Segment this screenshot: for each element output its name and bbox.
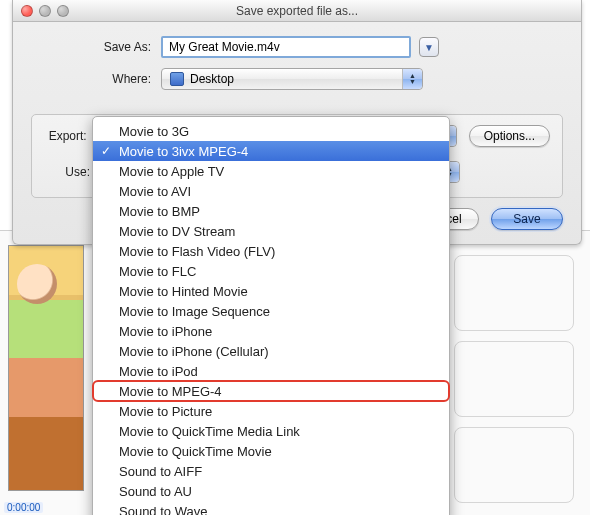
export-menu-item[interactable]: Movie to iPod — [93, 361, 449, 381]
desktop-icon — [170, 72, 184, 86]
export-menu-item[interactable]: Movie to AVI — [93, 181, 449, 201]
thumbnail-preview — [8, 245, 84, 491]
expand-save-panel-button[interactable]: ▼ — [419, 37, 439, 57]
minimize-window-button[interactable] — [39, 5, 51, 17]
export-menu-item[interactable]: Movie to MPEG-4 — [93, 381, 449, 401]
export-menu-item-label: Movie to MPEG-4 — [119, 384, 222, 399]
export-menu-item[interactable]: Sound to AIFF — [93, 461, 449, 481]
timecode-label: 0:00:00 — [4, 502, 43, 513]
save-as-label: Save As: — [31, 40, 161, 54]
export-menu-item-label: Movie to Image Sequence — [119, 304, 270, 319]
export-menu-item[interactable]: Sound to AU — [93, 481, 449, 501]
titlebar: Save exported file as... — [13, 0, 581, 22]
where-value: Desktop — [190, 72, 422, 86]
export-menu-item[interactable]: ✓Movie to 3ivx MPEG-4 — [93, 141, 449, 161]
export-menu-item-label: Movie to 3G — [119, 124, 189, 139]
export-menu-item-label: Movie to QuickTime Movie — [119, 444, 272, 459]
export-menu-item[interactable]: Sound to Wave — [93, 501, 449, 515]
export-menu-item-label: Movie to 3ivx MPEG-4 — [119, 144, 248, 159]
export-menu-item-label: Sound to AU — [119, 484, 192, 499]
export-menu-item-label: Movie to iPhone (Cellular) — [119, 344, 269, 359]
export-menu-item-label: Movie to iPod — [119, 364, 198, 379]
export-menu-item-label: Movie to Flash Video (FLV) — [119, 244, 275, 259]
export-menu-item-label: Sound to Wave — [119, 504, 207, 516]
export-menu-item[interactable]: Movie to iPhone — [93, 321, 449, 341]
export-menu-item[interactable]: Movie to Picture — [93, 401, 449, 421]
export-menu-item[interactable]: Movie to BMP — [93, 201, 449, 221]
export-menu-item[interactable]: Movie to DV Stream — [93, 221, 449, 241]
export-menu-item-label: Movie to DV Stream — [119, 224, 235, 239]
export-menu-item-label: Movie to Picture — [119, 404, 212, 419]
export-menu-item[interactable]: Movie to QuickTime Movie — [93, 441, 449, 461]
export-label: Export: — [44, 129, 97, 143]
export-menu-item-label: Movie to iPhone — [119, 324, 212, 339]
export-format-menu[interactable]: Movie to 3G✓Movie to 3ivx MPEG-4Movie to… — [92, 116, 450, 515]
export-menu-item[interactable]: Movie to Hinted Movie — [93, 281, 449, 301]
window-title: Save exported file as... — [13, 4, 581, 18]
export-menu-item-label: Movie to Hinted Movie — [119, 284, 248, 299]
save-as-input[interactable] — [161, 36, 411, 58]
export-menu-item-label: Movie to Apple TV — [119, 164, 224, 179]
export-menu-item-label: Movie to BMP — [119, 204, 200, 219]
grid-cell — [454, 341, 574, 417]
export-menu-item[interactable]: Movie to FLC — [93, 261, 449, 281]
export-menu-item[interactable]: Movie to QuickTime Media Link — [93, 421, 449, 441]
close-window-button[interactable] — [21, 5, 33, 17]
export-menu-item[interactable]: Movie to Image Sequence — [93, 301, 449, 321]
chevron-down-icon: ▼ — [424, 42, 434, 53]
grid-cell — [454, 255, 574, 331]
export-menu-item[interactable]: Movie to Apple TV — [93, 161, 449, 181]
checkmark-icon: ✓ — [101, 144, 111, 158]
options-button[interactable]: Options... — [469, 125, 550, 147]
save-button[interactable]: Save — [491, 208, 563, 230]
where-popup[interactable]: Desktop ▲▼ — [161, 68, 423, 90]
export-menu-item-label: Sound to AIFF — [119, 464, 202, 479]
popup-arrows-icon: ▲▼ — [402, 69, 422, 89]
grid-cell — [454, 427, 574, 503]
save-form: Save As: ▼ Where: Desktop ▲▼ — [13, 22, 581, 106]
window-controls — [13, 5, 69, 17]
export-menu-item[interactable]: Movie to iPhone (Cellular) — [93, 341, 449, 361]
export-menu-item-label: Movie to QuickTime Media Link — [119, 424, 300, 439]
export-menu-item[interactable]: Movie to 3G — [93, 121, 449, 141]
where-label: Where: — [31, 72, 161, 86]
export-menu-item-label: Movie to AVI — [119, 184, 191, 199]
export-menu-item[interactable]: Movie to Flash Video (FLV) — [93, 241, 449, 261]
zoom-window-button[interactable] — [57, 5, 69, 17]
export-menu-item-label: Movie to FLC — [119, 264, 196, 279]
